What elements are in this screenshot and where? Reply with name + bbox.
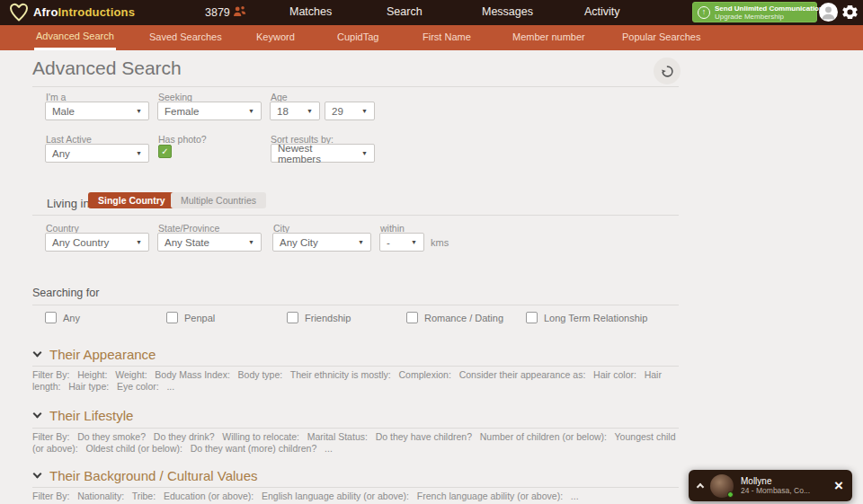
people-count-icon bbox=[233, 5, 246, 20]
tab-keyword[interactable]: Keyword bbox=[254, 25, 297, 50]
online-members-count[interactable]: 3879 bbox=[205, 5, 246, 20]
im-a-value: Male bbox=[52, 106, 75, 117]
tab-advanced-search[interactable]: Advanced Search bbox=[34, 25, 116, 50]
state-select[interactable]: Any State ▼ bbox=[157, 233, 262, 252]
chat-user-info[interactable]: Mollyne 24 - Mombasa, Co... bbox=[741, 476, 810, 496]
age-from-value: 18 bbox=[277, 106, 289, 117]
caret-down-icon: ▼ bbox=[136, 239, 142, 245]
checkbox-long-term[interactable]: Long Term Relationship bbox=[526, 312, 647, 323]
checkbox-icon[interactable] bbox=[166, 312, 178, 323]
checkbox-icon[interactable] bbox=[526, 312, 538, 323]
brand-introductions: Introductions bbox=[58, 5, 136, 19]
caret-down-icon: ▼ bbox=[136, 150, 142, 156]
caret-down-icon: ▼ bbox=[136, 108, 142, 114]
checkbox-romance-dating[interactable]: Romance / Dating bbox=[406, 312, 503, 323]
upgrade-line2: Upgrade Membership bbox=[715, 13, 827, 21]
section-their-lifestyle[interactable]: Their Lifestyle bbox=[34, 408, 133, 423]
nav-search[interactable]: Search bbox=[387, 5, 423, 18]
search-tabs-bar: Advanced Search Saved Searches Keyword C… bbox=[0, 25, 863, 50]
caret-down-icon: ▼ bbox=[361, 108, 368, 114]
tab-member-number[interactable]: Member number bbox=[511, 25, 587, 50]
gear-icon[interactable] bbox=[841, 3, 859, 22]
person-icon bbox=[819, 3, 838, 22]
reset-search-button[interactable] bbox=[654, 57, 681, 84]
section-their-appearance[interactable]: Their Appearance bbox=[34, 347, 156, 362]
chat-widget[interactable]: Mollyne 24 - Mombasa, Co... × bbox=[689, 470, 852, 501]
section-title: Their Appearance bbox=[49, 347, 156, 362]
country-select[interactable]: Any Country ▼ bbox=[45, 233, 149, 252]
nav-matches[interactable]: Matches bbox=[289, 5, 332, 18]
checkbox-long-term-label: Long Term Relationship bbox=[544, 313, 647, 323]
checkbox-icon[interactable] bbox=[287, 312, 298, 323]
section-title: Their Background / Cultural Values bbox=[49, 468, 258, 483]
city-value: Any City bbox=[280, 237, 318, 248]
within-value: - bbox=[387, 237, 390, 248]
tab-first-name[interactable]: First Name bbox=[421, 25, 473, 50]
checkbox-any[interactable]: Any bbox=[45, 312, 80, 323]
has-photo-checkbox[interactable]: ✓ bbox=[158, 145, 172, 158]
divider bbox=[32, 215, 679, 216]
divider bbox=[32, 428, 679, 429]
divider bbox=[32, 305, 679, 305]
age-to-select[interactable]: 29 ▼ bbox=[325, 102, 375, 120]
chevron-down-icon bbox=[33, 470, 42, 479]
upgrade-membership-button[interactable]: ↑ Send Unlimited Communications Upgrade … bbox=[692, 2, 817, 22]
online-count-value: 3879 bbox=[205, 6, 230, 19]
im-a-select[interactable]: Male ▼ bbox=[45, 102, 149, 120]
section-their-background[interactable]: Their Background / Cultural Values bbox=[34, 468, 258, 483]
chevron-up-icon[interactable] bbox=[697, 483, 704, 491]
last-active-select[interactable]: Any ▼ bbox=[45, 144, 149, 163]
seeking-value: Female bbox=[165, 106, 199, 117]
caret-down-icon: ▼ bbox=[307, 108, 313, 114]
nav-messages[interactable]: Messages bbox=[482, 5, 533, 18]
searching-for-label: Searching for bbox=[32, 287, 99, 299]
checkbox-romance-label: Romance / Dating bbox=[424, 313, 503, 323]
caret-down-icon: ▼ bbox=[248, 239, 254, 245]
city-select[interactable]: Any City ▼ bbox=[272, 233, 371, 252]
age-to-value: 29 bbox=[332, 106, 343, 117]
multiple-countries-button[interactable]: Multiple Countries bbox=[171, 192, 266, 208]
tab-saved-searches[interactable]: Saved Searches bbox=[147, 25, 224, 50]
chat-user-details: 24 - Mombasa, Co... bbox=[741, 486, 810, 496]
chevron-down-icon bbox=[33, 349, 42, 358]
upgrade-arrow-icon: ↑ bbox=[698, 6, 710, 19]
profile-avatar[interactable] bbox=[819, 3, 838, 22]
caret-down-icon: ▼ bbox=[358, 239, 364, 245]
checkbox-penpal[interactable]: Penpal bbox=[166, 312, 215, 323]
tab-popular-searches[interactable]: Popular Searches bbox=[620, 25, 702, 50]
section-title: Their Lifestyle bbox=[49, 408, 133, 423]
tab-cupidtag[interactable]: CupidTag bbox=[335, 25, 380, 50]
divider bbox=[32, 366, 679, 367]
divider bbox=[32, 487, 679, 488]
checkbox-friendship-label: Friendship bbox=[305, 313, 351, 323]
checkbox-any-label: Any bbox=[63, 313, 80, 323]
heart-logo-icon[interactable] bbox=[8, 2, 30, 27]
state-value: Any State bbox=[165, 237, 209, 248]
check-icon: ✓ bbox=[161, 146, 168, 156]
page-title: Advanced Search bbox=[32, 57, 182, 79]
checkbox-friendship[interactable]: Friendship bbox=[287, 312, 351, 323]
sort-results-select[interactable]: Newest members ▼ bbox=[271, 144, 375, 163]
brand-afro: Afro bbox=[33, 5, 58, 19]
checkbox-icon[interactable] bbox=[406, 312, 418, 323]
caret-down-icon: ▼ bbox=[248, 108, 254, 114]
within-select[interactable]: - ▼ bbox=[379, 233, 424, 252]
single-country-button[interactable]: Single Country bbox=[88, 192, 175, 208]
divider bbox=[32, 86, 679, 87]
close-icon[interactable]: × bbox=[834, 478, 843, 493]
upgrade-button-text: Send Unlimited Communications Upgrade Me… bbox=[715, 4, 827, 21]
country-value: Any Country bbox=[52, 237, 109, 248]
checkbox-icon[interactable] bbox=[45, 312, 57, 323]
background-filters-summary: Filter By: Nationality: Tribe: Education… bbox=[32, 491, 679, 502]
chevron-down-icon bbox=[33, 410, 42, 419]
has-photo-label: Has photo? bbox=[158, 134, 207, 145]
chat-avatar[interactable] bbox=[710, 474, 734, 498]
age-from-select[interactable]: 18 ▼ bbox=[270, 102, 320, 120]
nav-activity[interactable]: Activity bbox=[584, 5, 620, 18]
reset-icon bbox=[661, 65, 674, 78]
last-active-value: Any bbox=[52, 148, 70, 159]
brand-logo[interactable]: AfroIntroductions bbox=[33, 5, 135, 19]
caret-down-icon: ▼ bbox=[361, 150, 368, 156]
top-bar: AfroIntroductions 3879 Matches Search Me… bbox=[0, 0, 863, 25]
seeking-select[interactable]: Female ▼ bbox=[157, 102, 262, 120]
